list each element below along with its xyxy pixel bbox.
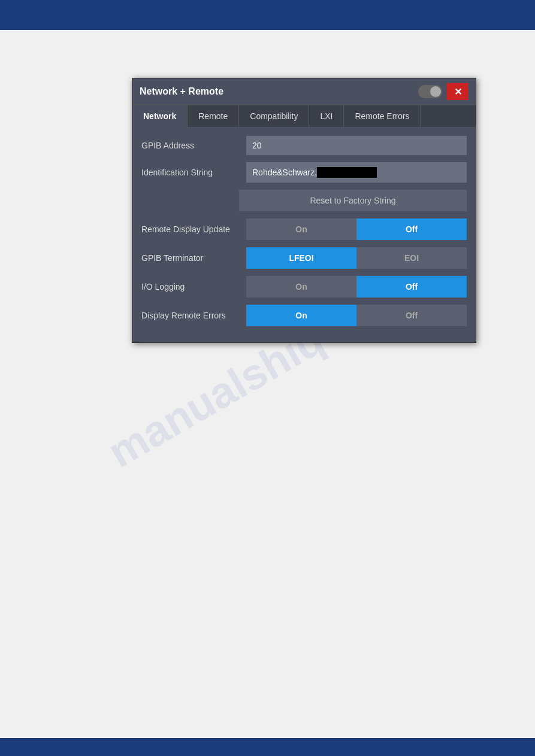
gpib-address-label: GPIB Address: [141, 141, 246, 150]
identification-string-text: Rohde&Schwarz,: [252, 168, 317, 177]
tab-bar: Network Remote Compatibility LXI Remote …: [132, 105, 476, 127]
io-logging-toggles: On Off: [246, 276, 467, 297]
dialog-toggle-switch[interactable]: [418, 85, 442, 98]
io-logging-label: I/O Logging: [141, 282, 246, 292]
dialog-title: Network + Remote: [140, 86, 223, 97]
io-logging-row: I/O Logging On Off: [141, 276, 467, 297]
gpib-terminator-toggles: LFEOI EOI: [246, 247, 467, 269]
tab-compatibility[interactable]: Compatibility: [239, 105, 309, 127]
remote-display-update-toggles: On Off: [246, 218, 467, 240]
gpib-address-row: GPIB Address: [141, 136, 467, 155]
io-logging-off-button[interactable]: Off: [356, 276, 467, 297]
display-remote-errors-toggles: On Off: [246, 305, 467, 326]
identification-string-wrapper[interactable]: Rohde&Schwarz,: [246, 162, 467, 183]
gpib-terminator-lfeoi-button[interactable]: LFEOI: [246, 247, 356, 269]
remote-display-update-off-button[interactable]: Off: [356, 218, 467, 240]
remote-display-update-label: Remote Display Update: [141, 224, 246, 234]
reset-button-row: Reset to Factory String: [141, 190, 467, 211]
io-logging-on-button[interactable]: On: [246, 276, 356, 297]
identification-string-cursor: [317, 167, 377, 178]
top-bar: [0, 0, 535, 30]
gpib-terminator-eoi-button[interactable]: EOI: [356, 247, 467, 269]
display-remote-errors-off-button[interactable]: Off: [356, 305, 467, 326]
tab-network[interactable]: Network: [132, 105, 188, 127]
dialog: Network + Remote ✕ Network Remote Compat…: [132, 78, 476, 343]
remote-display-update-on-button[interactable]: On: [246, 218, 356, 240]
bottom-bar: [0, 738, 535, 756]
display-remote-errors-row: Display Remote Errors On Off: [141, 305, 467, 326]
dialog-content: GPIB Address Identification String Rohde…: [132, 127, 476, 342]
gpib-terminator-row: GPIB Terminator LFEOI EOI: [141, 247, 467, 269]
titlebar-controls: ✕: [418, 83, 468, 100]
tab-lxi[interactable]: LXI: [309, 105, 344, 127]
gpib-address-input[interactable]: [246, 136, 467, 155]
identification-string-row: Identification String Rohde&Schwarz,: [141, 162, 467, 183]
tab-remote[interactable]: Remote: [188, 105, 239, 127]
display-remote-errors-on-button[interactable]: On: [246, 305, 356, 326]
reset-factory-string-button[interactable]: Reset to Factory String: [239, 190, 467, 211]
dialog-titlebar: Network + Remote ✕: [132, 78, 476, 105]
close-button[interactable]: ✕: [447, 83, 468, 100]
display-remote-errors-label: Display Remote Errors: [141, 311, 246, 320]
tab-remote-errors[interactable]: Remote Errors: [344, 105, 421, 127]
gpib-terminator-label: GPIB Terminator: [141, 253, 246, 263]
remote-display-update-row: Remote Display Update On Off: [141, 218, 467, 240]
identification-string-label: Identification String: [141, 168, 246, 177]
